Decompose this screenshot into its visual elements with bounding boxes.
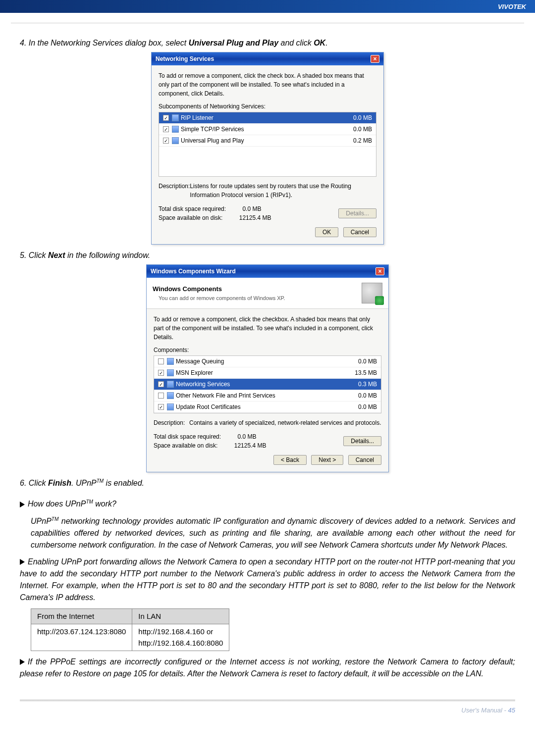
table-row: From the Internet In LAN: [31, 608, 229, 624]
component-icon: [167, 392, 174, 399]
how-does-body: UPnPTM networking technology provides au…: [31, 515, 515, 551]
step6-tm: TM: [97, 478, 104, 484]
enabling-text: Enabling UPnP port forwarding allows the…: [20, 557, 515, 602]
wizard-dialog: Windows Components Wizard × Windows Comp…: [146, 264, 389, 472]
dialog-buttons: OK Cancel: [159, 227, 376, 237]
checkbox-icon[interactable]: [158, 393, 164, 399]
list-item[interactable]: RIP Listener 0.0 MB: [159, 112, 376, 124]
howdoes-body-tm: TM: [52, 516, 58, 522]
checkbox-icon[interactable]: [158, 370, 164, 376]
wizard-header-left: Windows Components You can add or remove…: [153, 284, 285, 302]
checkbox-icon[interactable]: [163, 126, 169, 132]
description-row: Description: Listens for route updates s…: [159, 182, 376, 200]
step6-a: 6. Click: [20, 479, 48, 487]
list-item[interactable]: Universal Plug and Play 0.2 MB: [159, 135, 376, 147]
close-icon[interactable]: ×: [371, 55, 379, 63]
wiz-cancel-button[interactable]: Cancel: [348, 455, 381, 465]
step4-text: 4. In the Networking Services dialog box…: [20, 39, 189, 47]
list-item[interactable]: MSN Explorer 13.5 MB: [154, 367, 381, 379]
wiz-totals-row: Total disk space required: 0.0 MB Space …: [154, 432, 381, 450]
components-label: Components:: [154, 346, 381, 354]
component-icon: [167, 381, 174, 388]
total-label: Total disk space required:: [159, 205, 226, 212]
wizard-icon: [362, 283, 382, 303]
step4-ok: OK: [314, 39, 325, 47]
next-button[interactable]: Next >: [311, 455, 343, 465]
wiz-details-button[interactable]: Details...: [343, 436, 381, 446]
list-item[interactable]: Networking Services 0.3 MB: [154, 379, 381, 390]
list-item-label: RIP Listener: [181, 113, 337, 122]
step4-bold: Universal Plug and Play: [189, 39, 278, 47]
checkbox-icon[interactable]: [163, 115, 169, 121]
list-item-size: 0.2 MB: [337, 136, 372, 145]
networking-dialog-wrap: Networking Services × To add or remove a…: [20, 52, 515, 245]
step4-line: 4. In the Networking Services dialog box…: [20, 37, 515, 49]
wizard-dialog-wrap: Windows Components Wizard × Windows Comp…: [20, 264, 515, 472]
lan-addr-1: http://192.168.4.160 or: [138, 627, 213, 636]
address-table: From the Internet In LAN http://203.67.1…: [31, 608, 229, 652]
table-row: http://203.67.124.123:8080 http://192.16…: [31, 624, 229, 651]
list-item-label: Simple TCP/IP Services: [181, 125, 337, 134]
step4-tail: and click: [278, 39, 314, 47]
content-area: 4. In the Networking Services dialog box…: [20, 23, 515, 715]
close-icon[interactable]: ×: [375, 267, 384, 275]
list-item-label: Other Network File and Print Services: [176, 391, 342, 400]
wizard-header: Windows Components You can add or remove…: [147, 278, 388, 309]
table-header-internet: From the Internet: [31, 608, 132, 624]
wiz-description-text: Contains a variety of specialized, netwo…: [189, 418, 381, 427]
cancel-button[interactable]: Cancel: [343, 227, 376, 237]
wizard-dialog-title: Windows Components Wizard: [151, 267, 236, 276]
ok-button[interactable]: OK: [315, 227, 338, 237]
step4-period: .: [325, 39, 327, 47]
list-item[interactable]: Update Root Certificates 0.0 MB: [154, 402, 381, 413]
totals-labels: Total disk space required: 0.0 MB Space …: [159, 204, 271, 222]
avail-label: Space available on disk:: [159, 214, 222, 221]
list-item-size: 13.5 MB: [342, 368, 377, 377]
wiz-avail-val: 12125.4 MB: [234, 442, 267, 449]
arrow-icon: [20, 502, 25, 507]
howdoes-a: How does UPnP: [28, 500, 86, 508]
brand-text: VIVOTEK: [498, 3, 526, 10]
wiz-total-label: Total disk space required:: [154, 433, 221, 440]
list-item-label: Networking Services: [176, 380, 342, 389]
networking-dialog-titlebar: Networking Services ×: [152, 52, 383, 65]
wiz-avail-label: Space available on disk:: [154, 442, 217, 449]
list-item-label: Universal Plug and Play: [181, 136, 337, 145]
step5-text: 5. Click: [20, 251, 48, 259]
page-number: 45: [508, 706, 515, 714]
wiz-description-row: Description: Contains a variety of speci…: [154, 418, 381, 427]
step5-line: 5. Click Next in the following window.: [20, 250, 515, 261]
list-item-size: 0.0 MB: [337, 113, 372, 122]
step6-bold: Finish: [48, 479, 71, 487]
wizard-desc: To add or remove a component, click the …: [154, 315, 381, 342]
step6-line: 6. Click Finish. UPnPTM is enabled.: [20, 477, 515, 489]
list-item[interactable]: Other Network File and Print Services 0.…: [154, 390, 381, 402]
list-item[interactable]: Simple TCP/IP Services 0.0 MB: [159, 124, 376, 135]
component-icon: [167, 403, 174, 410]
network-icon: [172, 126, 179, 133]
subcomponents-list: RIP Listener 0.0 MB Simple TCP/IP Servic…: [159, 112, 376, 177]
footer-rule: [20, 700, 515, 702]
list-item-size: 0.0 MB: [337, 125, 372, 134]
checkbox-icon[interactable]: [158, 404, 164, 410]
checkbox-icon[interactable]: [163, 138, 169, 144]
wizard-head-sub: You can add or remove components of Wind…: [159, 294, 285, 302]
components-list: Message Queuing 0.0 MB MSN Explorer 13.5…: [154, 355, 381, 413]
page: VIVOTEK 4. In the Networking Services di…: [0, 0, 535, 756]
wizard-head-title: Windows Components: [153, 284, 285, 294]
howdoes-body-a: UPnP: [31, 517, 52, 525]
wizard-body: To add or remove a component, click the …: [147, 309, 388, 472]
arrow-icon: [20, 559, 25, 565]
checkbox-icon[interactable]: [158, 381, 164, 387]
lan-addr-2: http://192.168.4.160:8080: [138, 639, 223, 647]
step5-bold: Next: [48, 251, 65, 259]
component-icon: [167, 369, 174, 376]
description-label: Description:: [159, 182, 190, 200]
back-button[interactable]: < Back: [273, 455, 307, 465]
details-button[interactable]: Details...: [338, 208, 376, 218]
checkbox-icon[interactable]: [158, 358, 164, 364]
footer: User's Manual - 45: [20, 706, 515, 715]
list-item[interactable]: Message Queuing 0.0 MB: [154, 356, 381, 367]
networking-dialog-title: Networking Services: [156, 54, 214, 63]
wiz-description-label: Description:: [154, 418, 189, 427]
